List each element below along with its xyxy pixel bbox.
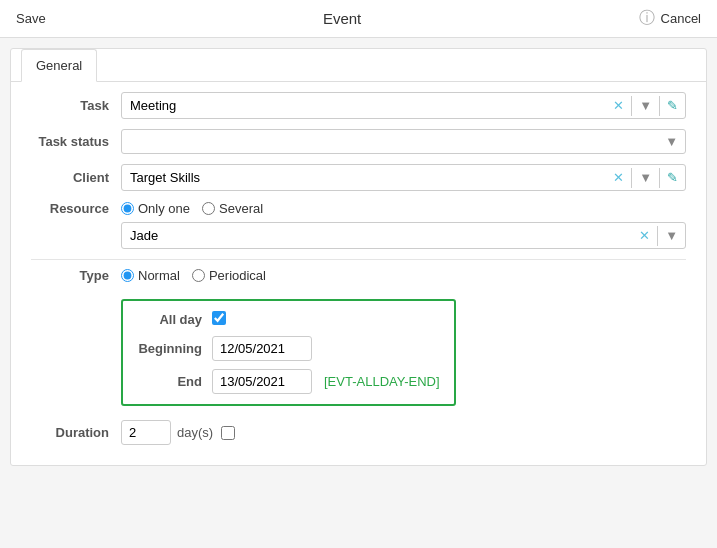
datetime-area: All day Beginning End	[121, 293, 686, 412]
duration-checkbox[interactable]	[221, 426, 235, 440]
resource-row: Resource Only one Several	[31, 201, 686, 249]
client-input[interactable]	[122, 165, 606, 190]
allday-field	[212, 311, 226, 328]
task-row: Task ✕ ▼ ✎	[31, 92, 686, 119]
beginning-field	[212, 336, 312, 361]
resource-only-one-text: Only one	[138, 201, 190, 216]
main-card: General Task ✕ ▼ ✎ Task status	[10, 48, 707, 466]
resource-clear-button[interactable]: ✕	[632, 224, 657, 247]
tabs-bar: General	[11, 49, 706, 82]
resource-several-radio[interactable]	[202, 202, 215, 215]
type-periodical-text: Periodical	[209, 268, 266, 283]
allday-label: All day	[137, 312, 212, 327]
type-normal-text: Normal	[138, 268, 180, 283]
type-radios: Normal Periodical	[121, 268, 266, 283]
end-row: End [EVT-ALLDAY-END]	[137, 369, 440, 394]
resource-only-one-label[interactable]: Only one	[121, 201, 190, 216]
beginning-row: Beginning	[137, 336, 440, 361]
type-periodical-label[interactable]: Periodical	[192, 268, 266, 283]
top-bar-right: ⓘ Cancel	[639, 8, 701, 29]
client-label: Client	[31, 170, 121, 185]
resource-several-label[interactable]: Several	[202, 201, 263, 216]
allday-row: All day	[137, 311, 440, 328]
resource-input-group: ✕ ▼	[121, 222, 686, 249]
client-row: Client ✕ ▼ ✎	[31, 164, 686, 191]
top-bar: Save Event ⓘ Cancel	[0, 0, 717, 38]
help-icon[interactable]: ⓘ	[639, 8, 655, 29]
beginning-input[interactable]	[212, 336, 312, 361]
client-link-button[interactable]: ✎	[660, 166, 685, 189]
resource-radios: Only one Several	[121, 201, 263, 216]
datetime-box: All day Beginning End	[121, 299, 456, 406]
resource-dropdown-button[interactable]: ▼	[658, 224, 685, 247]
task-input-group: ✕ ▼ ✎	[121, 92, 686, 119]
type-normal-radio[interactable]	[121, 269, 134, 282]
duration-input[interactable]	[121, 420, 171, 445]
task-clear-button[interactable]: ✕	[606, 94, 631, 117]
allday-checkbox[interactable]	[212, 311, 226, 325]
type-periodical-radio[interactable]	[192, 269, 205, 282]
resource-label: Resource	[31, 201, 121, 216]
cancel-button[interactable]: Cancel	[661, 11, 701, 26]
datetime-wrapper: All day Beginning End	[31, 293, 686, 412]
task-status-field: ▼	[121, 129, 686, 154]
duration-field: day(s)	[121, 420, 686, 445]
type-field: Normal Periodical	[121, 268, 686, 283]
duration-label: Duration	[31, 425, 121, 440]
task-status-dropdown-button[interactable]: ▼	[658, 130, 685, 153]
form-body: Task ✕ ▼ ✎ Task status ▼	[11, 82, 706, 465]
task-status-input-group: ▼	[121, 129, 686, 154]
task-status-value	[122, 137, 658, 147]
type-label: Type	[31, 268, 121, 283]
end-field	[212, 369, 312, 394]
duration-row: Duration day(s)	[31, 420, 686, 445]
separator-1	[31, 259, 686, 260]
resource-only-one-radio[interactable]	[121, 202, 134, 215]
duration-unit: day(s)	[177, 425, 213, 440]
client-dropdown-button[interactable]: ▼	[632, 166, 659, 189]
client-field: ✕ ▼ ✎	[121, 164, 686, 191]
task-link-button[interactable]: ✎	[660, 94, 685, 117]
page-title: Event	[323, 10, 361, 27]
save-button[interactable]: Save	[16, 11, 46, 26]
client-clear-button[interactable]: ✕	[606, 166, 631, 189]
end-label: End	[137, 374, 212, 389]
task-status-row: Task status ▼	[31, 129, 686, 154]
client-input-group: ✕ ▼ ✎	[121, 164, 686, 191]
task-dropdown-button[interactable]: ▼	[632, 94, 659, 117]
task-input[interactable]	[122, 93, 606, 118]
evt-allday-end-tag: [EVT-ALLDAY-END]	[324, 374, 440, 389]
task-label: Task	[31, 98, 121, 113]
resource-input[interactable]	[122, 223, 632, 248]
type-normal-label[interactable]: Normal	[121, 268, 180, 283]
tab-general[interactable]: General	[21, 49, 97, 82]
beginning-label: Beginning	[137, 341, 212, 356]
task-status-label: Task status	[31, 134, 121, 149]
end-input[interactable]	[212, 369, 312, 394]
resource-radio-group: Only one Several	[121, 201, 686, 216]
task-field: ✕ ▼ ✎	[121, 92, 686, 119]
resource-several-text: Several	[219, 201, 263, 216]
type-row: Type Normal Periodical	[31, 268, 686, 283]
